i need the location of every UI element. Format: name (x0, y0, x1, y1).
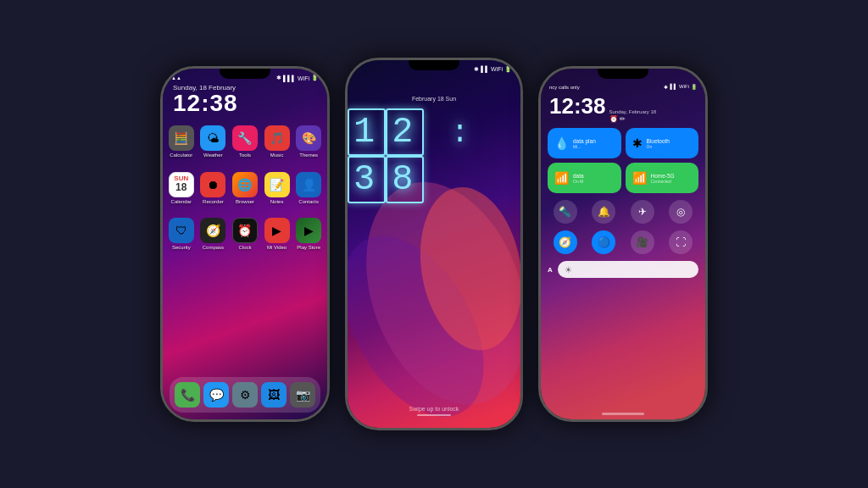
dock-phone[interactable]: 📞 (175, 382, 200, 408)
phone3-content: ncy calls only ✱ ▌▌ WiFi 🔋 12:38 Sunday,… (541, 69, 705, 419)
notes-label: Notes (270, 199, 284, 205)
brightness-slider[interactable]: ☀ (558, 261, 698, 278)
app-security[interactable]: 🛡 Security (168, 218, 195, 251)
dock-settings[interactable]: ⚙ (232, 382, 258, 408)
messages-icon: 💬 (203, 382, 229, 408)
bluetooth-tile-icon: ✱ (632, 136, 643, 150)
phone2-status-bar: ✱ ▌▌ WiFi 🔋 (356, 64, 512, 75)
flashlight-button[interactable]: 🔦 (554, 200, 577, 224)
contacts-label: Contacts (298, 199, 319, 205)
play-store-label: Play Store (297, 245, 320, 251)
compass-icon: 🧭 (200, 218, 225, 243)
screen-button[interactable]: ⛶ (669, 230, 693, 254)
dock-camera[interactable]: 📷 (290, 382, 315, 408)
calculator-label: Calculator (170, 152, 192, 158)
wifi-icon: WiFi (298, 75, 309, 81)
clock-icon: ⏰ (232, 218, 258, 243)
music-label: Music (270, 152, 284, 158)
phone2-swipe-area[interactable]: Swipe up to unlock (409, 406, 459, 416)
swipe-text: Swipe up to unlock (409, 406, 459, 412)
security-icon: 🛡 (169, 218, 194, 243)
bluetooth-sublabel: On (647, 144, 670, 149)
security-label: Security (172, 245, 191, 251)
app-compass[interactable]: 🧭 Compass (200, 218, 227, 251)
digit-2: 2 (386, 108, 424, 156)
data-plan-label: data plan (573, 138, 596, 144)
dock-gallery[interactable]: 🖼 (261, 382, 287, 408)
phone3-controls-row1: 🔦 🔔 ✈ ◎ (541, 197, 705, 227)
app-recorder[interactable]: ⏺ Recorder (200, 172, 227, 205)
data-icon: 📶 (554, 171, 569, 185)
themes-icon: 🎨 (296, 125, 321, 151)
play-store-icon: ▶ (296, 218, 321, 243)
phone1-status-bar: ▲▲ ✱ ▌▌▌ WiFi 🔋 (171, 72, 319, 84)
phone3-control-grid: 💧 data plan Mi... ✱ Bluetooth On (541, 125, 705, 197)
weather-icon: 🌤 (200, 125, 225, 151)
app-themes[interactable]: 🎨 Themes (295, 125, 322, 158)
app-music[interactable]: 🎵 Music (264, 125, 291, 158)
phone3-home-indicator (602, 413, 644, 415)
app-mi-video[interactable]: ▶ Mi Video (264, 218, 291, 251)
app-contacts[interactable]: 👤 Contacts (295, 172, 322, 205)
phone1-dock: 📞 💬 ⚙ 🖼 📷 (170, 377, 320, 413)
calculator-icon: 🧮 (169, 125, 194, 151)
compass-label: Compass (203, 245, 224, 251)
phone2-date: February 18 Sun (412, 96, 456, 102)
tools-icon: 🔧 (232, 125, 258, 151)
bluetooth-icon: ✱ (276, 75, 281, 81)
phone3-status-bar: ncy calls only ✱ ▌▌ WiFi 🔋 (541, 80, 705, 92)
brightness-label-a: A (548, 266, 553, 274)
phone2-digital-clock: 12 : 38 (348, 108, 520, 203)
wifi-sublabel: Connected (651, 179, 675, 184)
data-plan-icon: 💧 (554, 136, 569, 150)
app-play-store[interactable]: ▶ Play Store (295, 218, 322, 251)
calendar-icon: SUN18 (169, 172, 194, 197)
digit-1: 1 (348, 108, 386, 156)
app-calculator[interactable]: 🧮 Calculator (168, 125, 195, 158)
app-clock[interactable]: ⏰ Clock (231, 218, 259, 251)
airplane-button[interactable]: ✈ (631, 200, 654, 224)
music-icon: 🎵 (264, 125, 290, 151)
browser-label: Browser (236, 199, 254, 205)
video-button[interactable]: 🎥 (631, 230, 654, 254)
phone1-date: Sunday, 18 February (173, 84, 317, 92)
app-calendar[interactable]: SUN18 Calendar (168, 172, 195, 205)
mi-video-label: Mi Video (267, 245, 287, 251)
phone-call-icon: 📞 (175, 382, 200, 408)
data-plan-sublabel: Mi... (573, 144, 596, 149)
recorder-icon: ⏺ (200, 172, 225, 197)
phone1-frame: ▲▲ ✱ ▌▌▌ WiFi 🔋 Sunday, 18 February 12:3… (160, 66, 330, 422)
app-notes[interactable]: 📝 Notes (264, 172, 291, 205)
colon-1: : (451, 116, 475, 151)
app-tools[interactable]: 🔧 Tools (231, 125, 259, 158)
control-tile-bluetooth[interactable]: ✱ Bluetooth On (626, 128, 699, 158)
phone3-controls-row2: 🧭 🔵 🎥 ⛶ (541, 227, 705, 258)
dock-messages[interactable]: 💬 (203, 382, 229, 408)
wifi-label: Home-5G (651, 173, 675, 179)
control-tile-data-plan[interactable]: 💧 data plan Mi... (548, 128, 621, 158)
signal-icon: ▌▌▌ (283, 75, 296, 81)
notification-button[interactable]: 🔔 (592, 200, 615, 224)
control-tile-wifi[interactable]: 📶 Home-5G Connected (626, 163, 699, 193)
tools-label: Tools (239, 152, 251, 158)
phone1-apps-row3: 🛡 Security 🧭 Compass ⏰ Clock ▶ Mi Video … (163, 211, 327, 258)
phone2-status-icons: ✱ ▌▌ WiFi 🔋 (474, 66, 512, 73)
phone3-notch (598, 69, 648, 79)
phone3-wrapper: ncy calls only ✱ ▌▌ WiFi 🔋 12:38 Sunday,… (538, 66, 708, 422)
phone1-apps-row2: SUN18 Calendar ⏺ Recorder 🌐 Browser 📝 No… (163, 165, 327, 212)
phone1-apps-row1: 🧮 Calculator 🌤 Weather 🔧 Tools 🎵 Music 🎨 (163, 119, 327, 165)
bluetooth-label: Bluetooth (647, 138, 670, 144)
location-button[interactable]: 🧭 (554, 230, 577, 254)
app-weather[interactable]: 🌤 Weather (200, 125, 227, 158)
phone1-content: Sunday, 18 February 12:38 🧮 Calculator 🌤… (163, 69, 327, 419)
portrait-button[interactable]: 🔵 (592, 230, 615, 254)
control-tile-data[interactable]: 📶 data On M (548, 163, 621, 193)
themes-label: Themes (299, 152, 318, 158)
digit-4: 8 (386, 156, 424, 203)
donotdisturb-button[interactable]: ◎ (669, 200, 693, 224)
data-sublabel: On M (573, 179, 584, 184)
gallery-icon: 🖼 (261, 382, 287, 408)
phone2-content: February 18 Sun 12 : 38 Swipe up to unlo… (348, 60, 520, 428)
app-browser[interactable]: 🌐 Browser (231, 172, 259, 205)
bluetooth-icon2: ✱ ▌▌ WiFi 🔋 (474, 66, 512, 73)
